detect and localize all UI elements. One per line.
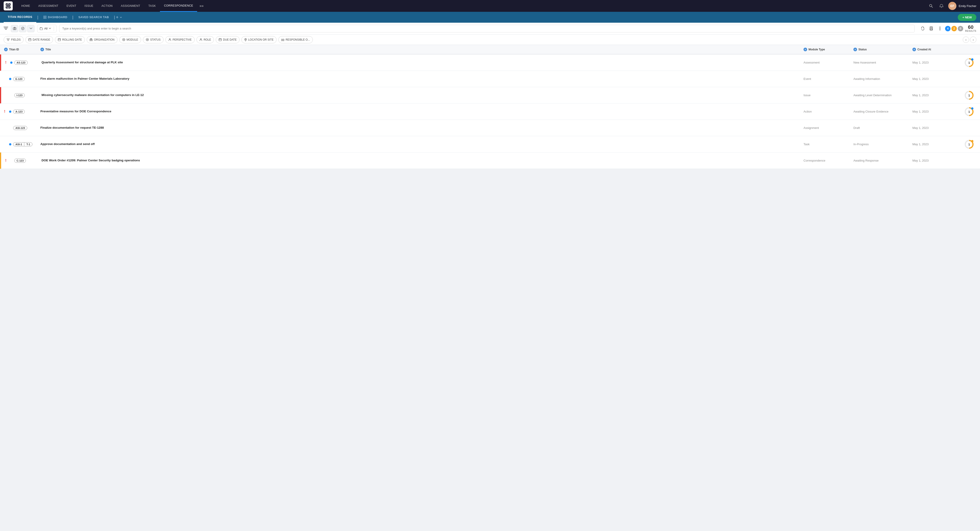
- tab-titan-records[interactable]: TITAN RECORDS: [4, 12, 36, 23]
- col-title-add-icon[interactable]: +: [40, 48, 44, 51]
- new-button[interactable]: + NEW: [958, 14, 976, 21]
- nav-correspondence[interactable]: CORRESPONDENCE: [160, 0, 197, 12]
- chevron-down-icon[interactable]: [27, 25, 35, 32]
- filter-badges: 4 2 0: [945, 26, 963, 31]
- filter-status-label: STATUS: [150, 38, 161, 41]
- filter-toggle-icon[interactable]: [4, 26, 8, 31]
- tab-dashboard[interactable]: DASHBOARD: [39, 12, 72, 23]
- search-icon[interactable]: [928, 2, 935, 10]
- table-row[interactable]: ! AS-123 Quarterly Assessment for struct…: [0, 54, 980, 71]
- donut-value: 1: [968, 110, 970, 113]
- filter-next-button[interactable]: ›: [970, 37, 976, 43]
- svg-rect-25: [29, 38, 31, 41]
- logo[interactable]: [4, 2, 13, 10]
- donut-indicator: [971, 58, 974, 61]
- table-row[interactable]: ! ASI-1 T-1 Approve documentation and se…: [0, 136, 980, 153]
- col-status-add-icon[interactable]: +: [853, 48, 857, 51]
- svg-rect-29: [58, 38, 60, 41]
- nav-task[interactable]: TASK: [144, 0, 160, 12]
- row-module: Task: [803, 142, 810, 146]
- filter-module[interactable]: MODULE: [119, 36, 141, 43]
- user-name: Emily Fischer: [959, 4, 976, 8]
- id-badge: AS-123: [14, 61, 28, 65]
- filter-responsible[interactable]: RESPONSIBLE O...: [278, 36, 313, 43]
- filter-due-date[interactable]: DUE DATE: [216, 36, 240, 43]
- svg-point-15: [21, 27, 24, 30]
- svg-rect-7: [45, 16, 46, 17]
- row-donut-cell: [960, 126, 978, 130]
- filter-nav: ‹ ›: [963, 37, 976, 43]
- filter-perspective[interactable]: PERSPECTIVE: [165, 36, 195, 43]
- tab-divider-1: |: [36, 15, 39, 20]
- svg-point-20: [939, 28, 940, 29]
- nav-more-icon[interactable]: »»: [197, 4, 206, 8]
- col-add-icon[interactable]: +: [4, 48, 8, 51]
- filter-role[interactable]: ROLE: [196, 36, 214, 43]
- row-date: May 1, 2023: [912, 94, 929, 97]
- tab-divider-3: |: [113, 15, 116, 20]
- col-titan-id-label: Titan ID: [9, 48, 19, 51]
- filter-responsible-label: RESPONSIBLE O...: [286, 38, 310, 41]
- user-menu[interactable]: EF Emily Fischer: [948, 2, 976, 10]
- id-badge-right: T-1: [24, 142, 32, 147]
- bell-icon[interactable]: [938, 2, 945, 10]
- row-status-cell: Awaiting Information: [851, 75, 910, 83]
- refresh-icon[interactable]: [919, 25, 926, 32]
- row-title-cell: DOE Work Order #1209: Palmer Center Secu…: [39, 156, 801, 165]
- table-row[interactable]: ! E-123 Fire alarm malfunction in Palmer…: [0, 71, 980, 87]
- filter-module-label: MODULE: [127, 38, 138, 41]
- filter-date-range[interactable]: DATE RANGE: [25, 36, 53, 43]
- row-title-cell: Fire alarm malfunction in Palmer Center …: [38, 75, 801, 83]
- row-module: Correspondence: [803, 159, 825, 162]
- row-status: In-Progress: [853, 142, 869, 146]
- col-module-add-icon[interactable]: +: [803, 48, 807, 51]
- table-row[interactable]: ! ASI-123 Finalize documentation for req…: [0, 120, 980, 136]
- table-row[interactable]: ! I-123 Missing cybersecurity malware do…: [0, 87, 980, 104]
- nav-assessment[interactable]: ASSESSMENT: [34, 0, 62, 12]
- filter-fields[interactable]: FIELDS: [4, 36, 24, 43]
- row-id-cell: ! C-123: [3, 156, 39, 165]
- row-date: May 1, 2023: [912, 159, 929, 162]
- filter-location[interactable]: LOCATION OR SITE: [241, 36, 277, 43]
- donut-indicator: [971, 140, 974, 142]
- save-icon[interactable]: [928, 25, 935, 32]
- col-created-add-icon[interactable]: +: [912, 48, 916, 51]
- check-circle-icon[interactable]: [19, 25, 26, 32]
- filter-status[interactable]: STATUS: [143, 36, 164, 43]
- table-row[interactable]: ! C-123 DOE Work Order #1209: Palmer Cen…: [0, 153, 980, 169]
- row-title-cell: Finalize documentation for request TE-12…: [38, 123, 801, 132]
- tab-add-button[interactable]: +: [116, 15, 122, 20]
- records-table: + Titan ID + Title + Module Type + Statu…: [0, 45, 980, 169]
- row-title-cell: Quarterly Assessment for structural dama…: [39, 58, 801, 67]
- table-row[interactable]: ! A-123 Preventative measures for DOE Co…: [0, 104, 980, 120]
- col-status: + Status: [851, 48, 910, 51]
- nav-home[interactable]: HOME: [17, 0, 34, 12]
- donut-chart: 1: [964, 91, 974, 100]
- row-status-cell: Awaiting Level Determination: [851, 91, 910, 99]
- nav-action[interactable]: ACTION: [97, 0, 116, 12]
- search-input[interactable]: [62, 27, 912, 30]
- row-id-cell: ! E-123: [2, 75, 38, 83]
- row-donut-cell: 1: [960, 56, 978, 70]
- camera-icon[interactable]: [11, 25, 18, 32]
- row-id-cell: ! ASI-123: [2, 124, 38, 132]
- tab-saved-search[interactable]: SAVED SEARCH TAB: [74, 12, 113, 23]
- nav-event[interactable]: EVENT: [62, 0, 80, 12]
- row-module: Event: [803, 77, 811, 81]
- folder-selector[interactable]: All: [37, 25, 56, 32]
- filter-prev-button[interactable]: ‹: [963, 37, 969, 43]
- svg-rect-50: [283, 39, 284, 41]
- svg-rect-35: [91, 38, 92, 39]
- filter-rolling-date[interactable]: ROLLING DATE: [55, 36, 85, 43]
- row-status-cell: Awaiting Response: [851, 156, 910, 164]
- row-module-cell: Event: [801, 75, 851, 83]
- row-module-cell: Action: [801, 108, 851, 115]
- row-module-cell: Assessment: [801, 59, 851, 67]
- nav-assignment[interactable]: ASSIGNMENT: [116, 0, 144, 12]
- row-module: Assignment: [803, 126, 819, 129]
- filter-organization[interactable]: ORGANIZATION: [87, 36, 117, 43]
- row-id-cell: ! A-123: [2, 107, 38, 116]
- nav-issue[interactable]: ISSUE: [80, 0, 97, 12]
- more-options-icon[interactable]: [937, 25, 943, 32]
- row-donut-cell: 1: [960, 88, 978, 102]
